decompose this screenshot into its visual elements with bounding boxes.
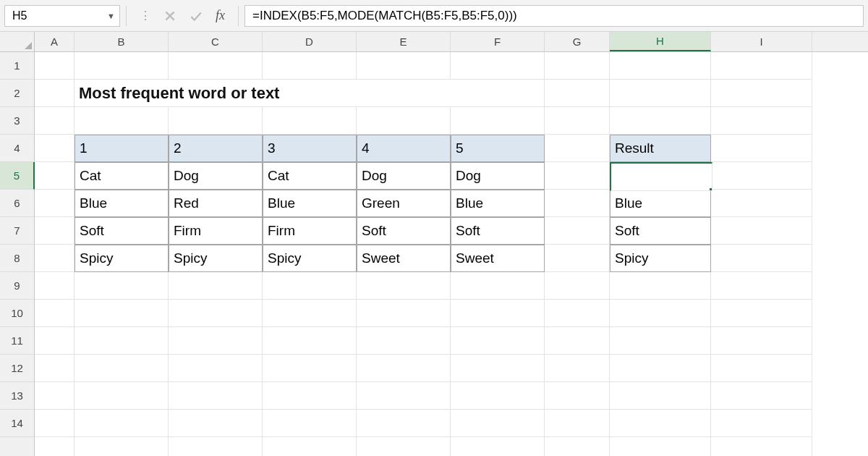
cell[interactable] [610,437,711,456]
cell[interactable] [35,52,75,80]
cell[interactable] [545,382,610,410]
cell[interactable] [169,437,263,456]
cell[interactable] [610,52,711,80]
cell[interactable] [711,80,812,107]
cell[interactable] [451,272,545,300]
cell[interactable] [35,190,75,217]
cell[interactable] [545,52,610,80]
cell[interactable] [451,107,545,135]
result-cell[interactable]: Soft [610,217,711,245]
row-header-12[interactable]: 12 [0,355,34,382]
cell[interactable] [711,327,812,355]
cell[interactable] [610,382,711,410]
row-header-11[interactable]: 11 [0,327,34,355]
cell[interactable] [35,437,75,456]
cell[interactable] [451,355,545,382]
table-cell[interactable]: Soft [357,217,451,245]
cell[interactable] [75,410,169,437]
col-header-I[interactable]: I [711,32,812,51]
cell[interactable] [35,410,75,437]
table-cell[interactable]: Blue [451,190,545,217]
cell[interactable] [357,437,451,456]
table-header[interactable]: 1 [75,135,169,162]
table-header[interactable]: 4 [357,135,451,162]
cell[interactable] [545,410,610,437]
table-cell[interactable]: Firm [169,217,263,245]
row-header-4[interactable]: 4 [0,135,34,162]
cell[interactable] [711,135,812,162]
cell[interactable] [545,245,610,272]
cell[interactable] [35,80,75,107]
col-header-B[interactable]: B [75,32,169,51]
cell[interactable] [357,327,451,355]
cell[interactable] [357,107,451,135]
cell[interactable] [610,107,711,135]
cell[interactable] [711,107,812,135]
table-cell[interactable]: Cat [263,162,357,190]
col-header-H[interactable]: H [610,32,711,51]
cells-area[interactable]: Most frequent word or text 1 2 3 4 5 Res… [35,52,868,456]
cell[interactable] [169,107,263,135]
formula-input[interactable]: =INDEX(B5:F5,MODE(MATCH(B5:F5,B5:F5,0))) [244,5,864,27]
cell[interactable] [610,410,711,437]
table-cell[interactable]: Blue [263,190,357,217]
cancel-icon[interactable] [163,9,176,22]
cell[interactable] [35,162,75,190]
row-header-14[interactable]: 14 [0,410,34,437]
cell[interactable] [75,52,169,80]
cell[interactable] [545,162,610,190]
cell[interactable] [75,327,169,355]
cell[interactable] [263,272,357,300]
cell[interactable] [75,382,169,410]
chevron-down-icon[interactable]: ▼ [107,12,115,20]
row-header-3[interactable]: 3 [0,107,34,135]
cell[interactable] [711,382,812,410]
enter-icon[interactable] [190,9,203,22]
cell[interactable] [263,300,357,327]
cell[interactable] [169,382,263,410]
cell[interactable] [263,410,357,437]
result-header[interactable]: Result [610,135,711,162]
cell[interactable] [263,382,357,410]
cell[interactable] [545,327,610,355]
cell[interactable] [263,107,357,135]
cell[interactable] [35,107,75,135]
cell[interactable] [169,327,263,355]
table-cell[interactable]: Blue [75,190,169,217]
col-header-E[interactable]: E [357,32,451,51]
row-header-8[interactable]: 8 [0,245,34,272]
cell[interactable] [357,300,451,327]
row-header-1[interactable]: 1 [0,52,34,80]
row-header-7[interactable]: 7 [0,217,34,245]
table-cell[interactable]: Cat [75,162,169,190]
col-header-A[interactable]: A [35,32,75,51]
cell[interactable] [610,355,711,382]
table-cell[interactable]: Green [357,190,451,217]
cell[interactable] [357,272,451,300]
cell[interactable] [545,135,610,162]
table-cell[interactable]: Dog [169,162,263,190]
table-cell[interactable]: Sweet [451,245,545,272]
cell[interactable] [610,272,711,300]
expand-icon[interactable]: ⋮ [140,9,150,22]
cell[interactable] [75,355,169,382]
cell[interactable] [263,355,357,382]
cell[interactable] [545,437,610,456]
cell[interactable] [75,300,169,327]
cell[interactable] [545,217,610,245]
cell[interactable] [610,300,711,327]
table-header[interactable]: 2 [169,135,263,162]
cell[interactable] [35,217,75,245]
cell[interactable] [545,80,610,107]
cell[interactable] [35,135,75,162]
col-header-C[interactable]: C [169,32,263,51]
cell[interactable] [545,107,610,135]
col-header-G[interactable]: G [545,32,610,51]
cell[interactable] [35,382,75,410]
table-cell[interactable]: Soft [451,217,545,245]
cell[interactable] [610,80,711,107]
cell[interactable] [610,327,711,355]
table-cell[interactable]: Spicy [263,245,357,272]
cell[interactable] [711,410,812,437]
cell[interactable] [711,272,812,300]
